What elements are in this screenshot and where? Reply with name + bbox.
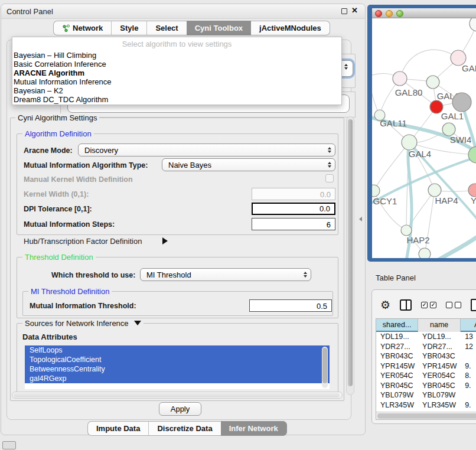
- sources-legend-text[interactable]: Sources for Network Inference: [25, 319, 129, 328]
- close-traffic-light[interactable]: [375, 10, 382, 17]
- node-label-gcy1: GCY1: [373, 196, 397, 206]
- tab-network[interactable]: Network: [53, 21, 111, 35]
- dpi-tolerance-input[interactable]: 0.0: [252, 203, 335, 215]
- minimize-traffic-light[interactable]: [386, 10, 393, 17]
- algorithm-option-aracne-algorithm[interactable]: ARACNE Algorithm: [12, 69, 341, 77]
- mi-steps-input[interactable]: 6: [252, 218, 335, 230]
- node-label-gal4: GAL4: [409, 149, 431, 159]
- expand-arrow-icon[interactable]: [162, 237, 168, 244]
- data-attributes-list[interactable]: SelfLoopsTopologicalCoefficientBetweenne…: [25, 345, 330, 389]
- spinner-icon: [300, 272, 311, 278]
- page-icon[interactable]: [471, 299, 476, 311]
- tab-label: Cyni Toolbox: [195, 24, 243, 32]
- tab-discretize-data[interactable]: Discretize Data: [148, 421, 220, 436]
- table-cell: YBL079W: [376, 390, 418, 400]
- mi-threshold-input[interactable]: 0.5: [249, 299, 332, 312]
- tab-impute-data[interactable]: Impute Data: [87, 421, 148, 436]
- attribute-item-gal4rgexp[interactable]: gal4RGexp: [25, 374, 330, 383]
- table-cell: YBR043C: [376, 351, 418, 361]
- collapse-arrow-icon[interactable]: [134, 321, 141, 325]
- node-gal10[interactable]: [426, 76, 439, 89]
- zoom-traffic-light[interactable]: [396, 10, 403, 17]
- network-canvas[interactable]: GALGAL80GAL10GAL1GAL11SWI4GAL4GCY1HAP4YH…: [372, 18, 476, 258]
- tab-jactivemnodules[interactable]: jActiveMNodules: [251, 21, 330, 35]
- settings-horizontal-scrollbar[interactable]: [12, 392, 343, 399]
- kernel-width-input[interactable]: 0.0: [252, 188, 335, 200]
- node-hap4[interactable]: [428, 184, 441, 197]
- algorithm-option-bayesian-hill-climbing[interactable]: Bayesian – Hill Climbing: [12, 51, 341, 60]
- node-gal80[interactable]: [393, 71, 407, 86]
- dpi-tolerance-label: DPI Tolerance [0,1]:: [24, 205, 92, 213]
- mi-algorithm-type-combobox[interactable]: Naive Bayes: [162, 158, 335, 171]
- checked-pair-icon[interactable]: ✓✓: [421, 302, 436, 308]
- table-row[interactable]: YDL19...YDL19...13: [376, 332, 476, 342]
- node-top-partial[interactable]: [470, 18, 476, 31]
- tab-style[interactable]: Style: [111, 21, 146, 35]
- node-swi4[interactable]: [442, 123, 455, 136]
- tab-cyni-toolbox[interactable]: Cyni Toolbox: [187, 21, 251, 35]
- tab-select[interactable]: Select: [146, 21, 186, 35]
- table-cell: YBR045C: [418, 381, 461, 391]
- attributes-scrollbar[interactable]: [322, 347, 328, 388]
- cyni-algorithm-settings-legend: Cyni Algorithm Settings: [15, 113, 99, 122]
- node-gal4[interactable]: [402, 135, 417, 150]
- node-bottom-partial[interactable]: [419, 248, 431, 258]
- float-icon[interactable]: [341, 8, 347, 14]
- network-graph: GALGAL80GAL10GAL1GAL11SWI4GAL4GCY1HAP4YH…: [372, 18, 476, 258]
- table-cell: [461, 390, 476, 400]
- node-salmon[interactable]: [468, 184, 476, 197]
- table-row[interactable]: YDR27...YDR27...12: [376, 342, 476, 352]
- column-header-a[interactable]: A: [461, 319, 476, 332]
- table-horizontal-scrollbar[interactable]: [376, 412, 476, 419]
- tab-label: jActiveMNodules: [259, 24, 321, 32]
- table-row[interactable]: YLR345WYLR345W9.: [376, 400, 476, 410]
- split-columns-icon[interactable]: [400, 299, 412, 311]
- node-label-gal1: GAL1: [441, 111, 464, 121]
- apply-button[interactable]: Apply: [159, 402, 201, 416]
- table-row[interactable]: YBR045CYBR045C9.: [376, 381, 476, 391]
- close-icon[interactable]: ✕: [351, 6, 358, 15]
- manual-kernel-width-checkbox[interactable]: [325, 174, 334, 182]
- manual-kernel-width-label: Manual Kernel Width Definition: [24, 175, 133, 184]
- attribute-item-betweennesscentrality[interactable]: BetweennessCentrality: [25, 364, 330, 374]
- table-cell: YLR345W: [418, 400, 461, 410]
- table-body: YDL19...YDL19...13YDR27...YDR27...12YBR0…: [376, 332, 476, 420]
- table-panel: ⚙ ✓✓ shared...nameA YDL19...YDL19...13YD…: [371, 289, 476, 424]
- node-gray[interactable]: [452, 93, 471, 112]
- attribute-item-selfloops[interactable]: SelfLoops: [25, 345, 330, 355]
- table-row[interactable]: YPR145WYPR145W9.: [376, 361, 476, 371]
- node-label-swi4: SWI4: [450, 135, 472, 145]
- column-header-shared[interactable]: shared...: [376, 319, 418, 332]
- node-gcy1[interactable]: [372, 185, 380, 197]
- algorithm-option-mutual-information-inference[interactable]: Mutual Information Inference: [12, 77, 341, 86]
- algorithm-option-dream8-dc-tdc-algorithm[interactable]: Dream8 DC_TDC Algorithm: [12, 95, 341, 104]
- docked-panel-icon[interactable]: [2, 441, 16, 449]
- table-cell: 9.: [461, 361, 476, 371]
- gear-icon[interactable]: ⚙: [380, 299, 390, 311]
- table-cell: 12: [461, 342, 476, 352]
- table-cell: 9.: [461, 400, 476, 410]
- settings-vertical-scrollbar[interactable]: [346, 116, 354, 395]
- tab-infer-network[interactable]: Infer Network: [221, 421, 287, 436]
- which-threshold-combobox[interactable]: MI Threshold: [140, 268, 311, 281]
- algorithm-dropdown[interactable]: Select algorithm to view settings Bayesi…: [12, 37, 342, 105]
- column-header-name[interactable]: name: [418, 319, 461, 332]
- attribute-item-topologicalcoefficient[interactable]: TopologicalCoefficient: [25, 355, 330, 364]
- algorithm-option-bayesian-k2[interactable]: Bayesian – K2: [12, 86, 341, 95]
- table-toolbar: ⚙ ✓✓: [376, 295, 476, 315]
- splitter-handle-icon[interactable]: [359, 217, 362, 221]
- network-window-titlebar[interactable]: [372, 8, 476, 18]
- hub-section-label[interactable]: Hub/Transcription Factor Definition: [24, 237, 142, 246]
- aracne-mode-combobox[interactable]: Discovery: [78, 144, 335, 156]
- mi-algorithm-type-label: Mutual Information Algorithm Type:: [24, 161, 148, 169]
- table-row[interactable]: YBR043CYBR043C: [376, 351, 476, 361]
- table-cell: YPR145W: [376, 361, 418, 371]
- node-label-gal11: GAL11: [380, 118, 407, 128]
- table-row[interactable]: YER054CYER054C8.: [376, 371, 476, 381]
- mi-algorithm-type-value: Naive Bayes: [162, 161, 324, 169]
- table-cell: 8.: [461, 371, 476, 381]
- unchecked-pair-icon[interactable]: [446, 302, 461, 308]
- node-hap2[interactable]: [401, 225, 412, 236]
- table-row[interactable]: YBL079WYBL079W: [376, 390, 476, 400]
- algorithm-option-basic-correlation-inference[interactable]: Basic Correlation Inference: [12, 60, 341, 69]
